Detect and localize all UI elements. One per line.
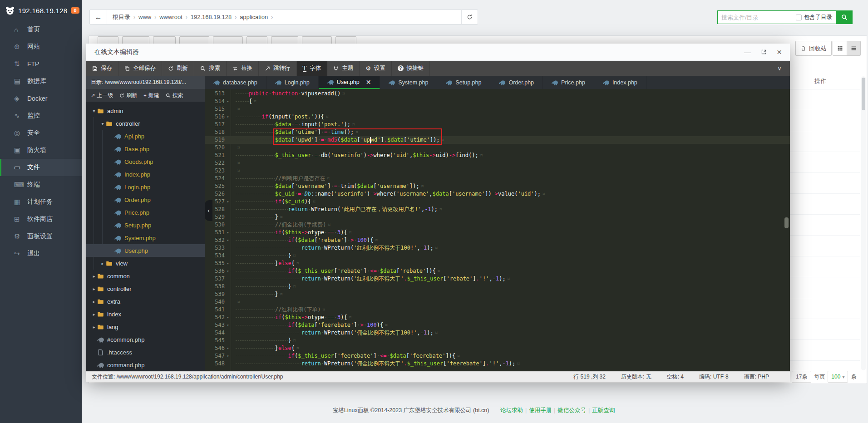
sidebar-item-cron[interactable]: ▦计划任务 xyxy=(0,193,82,211)
code-line-518[interactable]: 518$data['utime']·=·time();¤ xyxy=(205,128,790,136)
status-item[interactable]: 语言: PHP xyxy=(744,373,769,381)
editor-toolbar-search-button[interactable]: 搜索 xyxy=(194,61,227,76)
chevron-right-icon[interactable]: ▸ xyxy=(91,274,97,279)
fold-arrow-icon[interactable]: ▾ xyxy=(225,321,231,329)
code-line-539[interactable]: 539}¤ xyxy=(205,290,790,298)
chevron-right-icon[interactable]: ▸ xyxy=(91,299,97,304)
breadcrumb-item[interactable]: 根目录 xyxy=(113,13,130,21)
fold-arrow-icon[interactable]: ▾ xyxy=(225,236,231,244)
fold-arrow-icon[interactable]: ▾ xyxy=(225,98,231,105)
code-editor[interactable]: 513public·function·vipuseradd()¤514▾{¤51… xyxy=(205,89,790,371)
chevron-down-icon[interactable]: ▾ xyxy=(99,121,106,126)
list-view-button[interactable] xyxy=(847,41,860,55)
sidebar-item-sites[interactable]: ⊕网站 xyxy=(0,38,82,55)
chevron-right-icon[interactable]: ▸ xyxy=(91,286,97,291)
footer-link-4[interactable]: 正版查询 xyxy=(592,407,615,413)
fold-arrow-icon[interactable]: ▾ xyxy=(225,198,231,206)
code-line-523[interactable]: 523¤ xyxy=(205,167,790,175)
sidebar-item-panel-settings[interactable]: ⚙面板设置 xyxy=(0,228,82,245)
editor-toolbar-replace-button[interactable]: 替换 xyxy=(227,61,259,76)
tree-item-controller[interactable]: ▾controller xyxy=(86,117,205,130)
code-line-524[interactable]: 524//判断用户是否存在¤ xyxy=(205,175,790,182)
collapse-tree-handle[interactable]: ‹ xyxy=(205,200,212,221)
tree-item-common[interactable]: ▸common xyxy=(86,270,205,282)
code-line-532[interactable]: 532▾if($data['rebate']·>·100){¤ xyxy=(205,236,790,244)
fold-arrow-icon[interactable]: ▾ xyxy=(225,229,231,236)
code-line-529[interactable]: 529}¤ xyxy=(205,213,790,221)
include-subdir-option[interactable]: 包含子目录 xyxy=(796,14,836,21)
sidebar-item-appstore[interactable]: ⊞软件商店 xyxy=(0,211,82,228)
code-line-531[interactable]: 531▾if($this->otype·==·3){¤ xyxy=(205,229,790,236)
tab-login.php[interactable]: Login.php xyxy=(266,76,319,89)
chevron-right-icon[interactable]: ▸ xyxy=(91,312,97,317)
code-line-547[interactable]: 547▾if($_this_user['feerebate']·<=·$data… xyxy=(205,352,790,360)
include-subdir-checkbox[interactable] xyxy=(796,15,802,20)
tab-close-icon[interactable]: ✕ xyxy=(366,79,371,85)
code-line-520[interactable]: 520¤ xyxy=(205,144,790,152)
code-line-542[interactable]: 542▾if($this->otype·==·3){¤ xyxy=(205,314,790,321)
editor-toolbar-save-button[interactable]: 保存 xyxy=(86,61,118,76)
code-line-513[interactable]: 513public·function·vipuseradd()¤ xyxy=(205,90,790,98)
per-page-select[interactable]: 100▾ xyxy=(828,371,848,383)
tab-setup.php[interactable]: Setup.php xyxy=(437,76,490,89)
message-count-badge[interactable]: 0 xyxy=(71,7,79,14)
search-button[interactable] xyxy=(836,10,853,24)
sidebar-item-files[interactable]: ▭文件 xyxy=(0,159,82,176)
sidebar-item-terminal[interactable]: ⌨终端 xyxy=(0,176,82,193)
code-line-514[interactable]: 514▾{¤ xyxy=(205,98,790,105)
code-line-525[interactable]: 525$data['username']·=·trim($data['usern… xyxy=(205,182,790,190)
code-line-544[interactable]: 544return·WPreturn('佣金比例不得大于100!',-1);¤ xyxy=(205,329,790,337)
tree-item-view[interactable]: ▸view xyxy=(86,257,205,270)
tree-item-index.php[interactable]: Index.php xyxy=(86,168,205,181)
tree-item-controller[interactable]: ▸controller xyxy=(86,282,205,295)
code-line-530[interactable]: 530//佣金比例(手续费)¤ xyxy=(205,221,790,229)
status-item[interactable]: 空格: 4 xyxy=(667,373,684,381)
code-line-534[interactable]: 534}¤ xyxy=(205,252,790,260)
sidebar-item-monitor[interactable]: ∿监控 xyxy=(0,107,82,124)
fold-arrow-icon[interactable]: ▾ xyxy=(225,314,231,321)
breadcrumb-item[interactable]: application xyxy=(240,14,268,20)
code-line-526[interactable]: 526$c_uid·=·Db::name('userinfo')->where(… xyxy=(205,190,790,198)
tree-item-price.php[interactable]: Price.php xyxy=(86,206,205,219)
sidebar-item-home[interactable]: ⌂首页 xyxy=(0,21,82,38)
fold-arrow-icon[interactable]: ▾ xyxy=(225,267,231,275)
tree-item-order.php[interactable]: Order.php xyxy=(86,193,205,206)
fold-arrow-icon[interactable]: ▾ xyxy=(225,344,231,352)
chevron-right-icon[interactable]: ▸ xyxy=(99,261,106,266)
tab-index.php[interactable]: Index.php xyxy=(594,76,646,89)
status-item[interactable]: 历史版本: 无 xyxy=(621,373,651,381)
minimize-button[interactable]: — xyxy=(744,49,751,55)
code-line-528[interactable]: 528return·WPreturn('此用户已存在，请更改用户名!',-1);… xyxy=(205,206,790,213)
tree-item-api.php[interactable]: Api.php xyxy=(86,130,205,143)
tab-system.php[interactable]: System.php xyxy=(380,76,437,89)
page-scrollbar[interactable] xyxy=(861,76,866,370)
recycle-bin-button[interactable]: 回收站 xyxy=(795,41,832,56)
chevron-down-icon[interactable]: ▾ xyxy=(91,108,97,113)
editor-toolbar-save-all-button[interactable]: 全部保存 xyxy=(118,61,162,76)
editor-toolbar-font-button[interactable]: T字体 xyxy=(297,61,328,76)
breadcrumb-item[interactable]: wwwroot xyxy=(159,14,182,20)
tree-item-.htaccess[interactable]: .htaccess xyxy=(86,346,205,359)
editor-scrollbar-thumb[interactable] xyxy=(784,217,789,228)
footer-link-1[interactable]: 论坛求助 xyxy=(500,407,523,413)
tree-item-login.php[interactable]: Login.php xyxy=(86,181,205,193)
tree-action-refresh-tree[interactable]: 刷新 xyxy=(119,92,137,99)
code-line-522[interactable]: 522¤ xyxy=(205,159,790,167)
tree-item-command.php[interactable]: command.php xyxy=(86,359,205,371)
tab-price.php[interactable]: Price.php xyxy=(543,76,594,89)
tree-action-new-file[interactable]: +新建 xyxy=(143,92,159,99)
code-line-516[interactable]: 516▾if(input('post.')){¤ xyxy=(205,113,790,121)
code-line-541[interactable]: 541//红利比例(下单)¤ xyxy=(205,306,790,314)
editor-toolbar-goto-line-button[interactable]: 跳转行 xyxy=(259,61,297,76)
footer-link-2[interactable]: 使用手册 xyxy=(529,407,552,413)
tab-user.php[interactable]: User.php✕ xyxy=(319,76,380,89)
editor-toolbar-shortcuts-button[interactable]: ?快捷键 xyxy=(392,61,430,76)
chevron-right-icon[interactable]: ▸ xyxy=(91,325,97,330)
tree-item-system.php[interactable]: System.php xyxy=(86,231,205,244)
code-line-537[interactable]: 537return·WPreturn('红利比例不得大于'.$_this_use… xyxy=(205,275,790,283)
fold-arrow-icon[interactable]: ▾ xyxy=(225,113,231,121)
maximize-button[interactable] xyxy=(761,49,767,55)
tree-item-setup.php[interactable]: Setup.php xyxy=(86,219,205,231)
code-line-517[interactable]: 517$data·=·input('post.');¤ xyxy=(205,121,790,128)
code-line-536[interactable]: 536▾if($_this_user['rebate']·<=·$data['r… xyxy=(205,267,790,275)
